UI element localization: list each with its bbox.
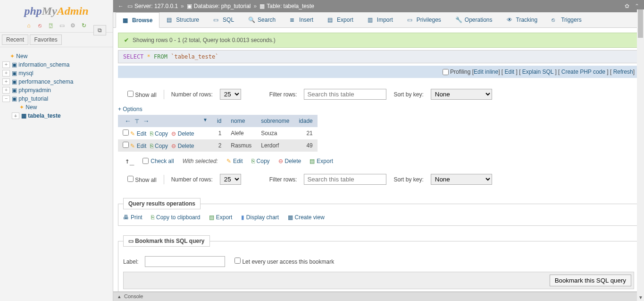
filter-rows-input[interactable] <box>304 89 386 100</box>
bookmark-label-input[interactable] <box>145 256 225 267</box>
bulk-export-link[interactable]: ▤ Export <box>309 158 333 164</box>
collapse-top-icon[interactable]: ⌃ <box>635 3 639 9</box>
scrollbar-thumb[interactable] <box>638 9 643 38</box>
db-icon: ▣ <box>12 78 17 85</box>
logo[interactable]: phpMyAdmin <box>0 0 113 20</box>
tab-label: SQL <box>223 17 234 23</box>
sort-by-select-bottom[interactable]: None <box>431 174 492 185</box>
scroll-down-icon[interactable]: ▼ <box>638 295 643 300</box>
help-icon[interactable]: ⍰ <box>47 22 55 30</box>
database-label: Database: <box>194 3 220 9</box>
pencil-icon: ✎ <box>130 143 135 149</box>
tab-triggers[interactable]: ⎋Triggers <box>544 12 589 27</box>
tree-new[interactable]: ✦ New <box>2 52 110 60</box>
collapse-sidebar-icon[interactable]: ← <box>118 3 124 9</box>
bulk-edit-link[interactable]: ✎ Edit <box>226 158 243 164</box>
col-idade[interactable]: idade <box>294 115 317 127</box>
database-link[interactable]: php_tutorial <box>221 3 251 9</box>
row-copy-link[interactable]: ⎘ Copy <box>150 130 168 137</box>
expand-icon[interactable]: + <box>2 70 10 77</box>
profiling-checkbox[interactable] <box>443 69 449 75</box>
refresh-link[interactable]: Refresh <box>613 69 633 75</box>
console-bar[interactable]: ▴ Console <box>113 292 644 301</box>
row-delete-link[interactable]: ⊖ Delete <box>171 130 194 137</box>
settings-icon[interactable]: ⚙ <box>69 22 77 30</box>
row-checkbox[interactable] <box>123 142 129 148</box>
tab-insert[interactable]: ≣Insert <box>283 12 320 27</box>
expand-icon[interactable]: + <box>2 61 10 68</box>
row-checkbox[interactable] <box>123 129 129 136</box>
check-all-checkbox[interactable] <box>142 158 149 164</box>
tab-search[interactable]: 🔍Search <box>241 12 283 27</box>
tab-export[interactable]: ▤Export <box>320 12 360 27</box>
tree-db-mysql[interactable]: +▣ mysql <box>2 69 110 77</box>
copy-icon: ⎘ <box>150 143 153 149</box>
tab-label: Export <box>337 17 353 23</box>
exit-icon[interactable]: ⎋ <box>36 22 43 30</box>
expand-icon[interactable]: + <box>2 87 10 94</box>
tab-structure[interactable]: ▤Structure <box>159 12 206 27</box>
copy-clipboard-link[interactable]: ⎘ Copy to clipboard <box>151 214 200 221</box>
col-id[interactable]: id <box>212 115 226 127</box>
tab-sql[interactable]: ▭SQL <box>206 12 241 27</box>
row-delete-link[interactable]: ⊖ Delete <box>171 143 194 149</box>
gear-icon[interactable]: ✿ <box>625 3 629 9</box>
create-php-link[interactable]: Create PHP code <box>561 69 605 75</box>
check-all-link[interactable]: Check all <box>151 158 174 164</box>
tab-operations[interactable]: 🔧Operations <box>448 12 500 27</box>
col-nome[interactable]: nome <box>226 115 256 127</box>
row-edit-link[interactable]: ✎ Edit <box>130 143 146 149</box>
profiling-label: Profiling <box>450 69 470 75</box>
filter-rows-input-bottom[interactable] <box>304 174 386 185</box>
db-tree: ✦ New +▣ information_schema +▣ mysql +▣ … <box>0 47 113 125</box>
bookmark-public-checkbox[interactable] <box>234 258 241 264</box>
scrollbar[interactable]: ▼ <box>637 9 644 301</box>
num-rows-select-bottom[interactable]: 25 <box>220 174 241 185</box>
reload-icon[interactable]: ↻ <box>80 22 88 30</box>
tab-tracking[interactable]: 👁Tracking <box>500 12 545 27</box>
arrow-left-icon[interactable]: ← <box>123 117 133 125</box>
favorites-tab[interactable]: Favorites <box>30 34 61 45</box>
row-copy-link[interactable]: ⎘ Copy <box>150 143 168 149</box>
link-icon[interactable]: ⧉ <box>93 25 106 35</box>
tab-privileges[interactable]: ▭Privileges <box>400 12 448 27</box>
expand-icon[interactable]: + <box>12 112 19 119</box>
sort-column-icon[interactable]: ⊤ <box>134 118 139 125</box>
export-link[interactable]: ▤ Export <box>209 214 233 221</box>
display-chart-link[interactable]: ▮ Display chart <box>241 214 279 221</box>
tree-table-tabela-teste[interactable]: +▦ tabela_teste <box>2 112 110 120</box>
edit-link[interactable]: Edit <box>504 69 514 75</box>
num-rows-select[interactable]: 25 <box>220 89 241 100</box>
docs-icon[interactable]: ▭ <box>58 22 66 30</box>
print-link[interactable]: 🖶 Print <box>123 214 142 221</box>
bookmark-submit-button[interactable]: Bookmark this SQL query <box>550 275 631 286</box>
bulk-copy-link[interactable]: ⎘ Copy <box>251 158 270 164</box>
collapse-icon[interactable]: − <box>2 95 10 102</box>
bulk-delete-link[interactable]: ⊖ Delete <box>278 158 301 164</box>
expand-icon[interactable]: + <box>2 78 10 85</box>
tab-label: Tracking <box>516 17 538 23</box>
table-link[interactable]: tabela_teste <box>284 3 314 9</box>
tree-db-php-tutorial[interactable]: −▣ php_tutorial <box>2 95 110 103</box>
create-view-link[interactable]: ▦ Create view <box>288 214 325 221</box>
edit-inline-link[interactable]: Edit inline <box>474 69 498 75</box>
sort-by-select[interactable]: None <box>431 89 492 100</box>
tab-browse[interactable]: ▦Browse <box>116 12 159 28</box>
export-icon: ▤ <box>327 17 334 23</box>
show-all-checkbox-bottom[interactable] <box>127 176 134 182</box>
chevron-down-icon[interactable]: ▼ <box>203 117 208 122</box>
tree-db-phpmyadmin[interactable]: +▣ phpmyadmin <box>2 86 110 95</box>
arrow-right-icon[interactable]: → <box>141 117 151 125</box>
tree-db-information-schema[interactable]: +▣ information_schema <box>2 60 110 69</box>
home-icon[interactable]: ⌂ <box>25 22 33 30</box>
tree-db-performance-schema[interactable]: +▣ performance_schema <box>2 77 110 86</box>
options-toggle[interactable]: + Options <box>118 103 639 115</box>
recent-tab[interactable]: Recent <box>2 34 28 45</box>
tree-new-table[interactable]: ✦ New <box>2 103 110 112</box>
row-edit-link[interactable]: ✎ Edit <box>130 130 146 137</box>
show-all-checkbox[interactable] <box>127 91 134 97</box>
col-sobrenome[interactable]: sobrenome <box>256 115 294 127</box>
server-link[interactable]: 127.0.0.1 <box>154 3 178 9</box>
tab-import[interactable]: ▥Import <box>360 12 400 27</box>
explain-sql-link[interactable]: Explain SQL <box>522 69 553 75</box>
